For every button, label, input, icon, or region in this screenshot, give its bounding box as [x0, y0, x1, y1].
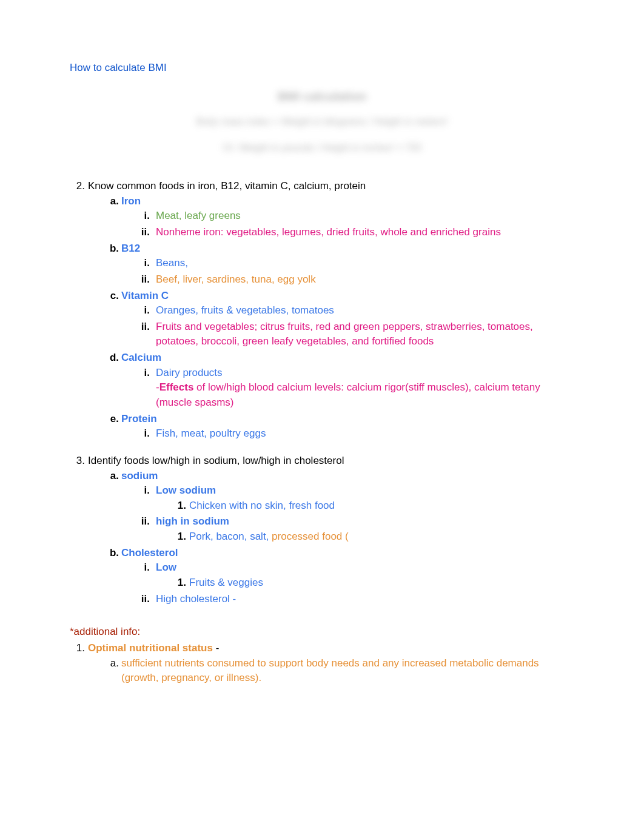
marker-1: 1.	[171, 498, 186, 514]
high-chol-text: High cholesterol -	[156, 593, 236, 605]
marker-ii: ii.	[130, 272, 150, 287]
section-3: 3. Identify foods low/high in sodium, lo…	[70, 454, 574, 606]
low-chol-text: Fruits & veggies	[189, 577, 263, 588]
b12-ii-text: Beef, liver, sardines, tuna, egg yolk	[156, 273, 316, 285]
high-sodium-blue: Pork, bacon, salt,	[189, 531, 272, 542]
item-vitamin-c: c. Vitamin C i. Oranges, fruits & vegeta…	[121, 289, 574, 350]
protein-label: Protein	[121, 413, 157, 424]
marker-a: a.	[104, 469, 119, 484]
marker-1: 1.	[171, 529, 186, 545]
protein-i-text: Fish, meat, poultry eggs	[156, 428, 266, 439]
marker-a: a.	[104, 194, 119, 209]
calcium-effects: -Effects of low/high blood calcium level…	[156, 380, 574, 410]
marker-b: b.	[104, 546, 119, 561]
marker-ii: ii.	[130, 225, 150, 240]
add-marker-a: a.	[104, 656, 119, 671]
iron-ii-text: Nonheme iron: vegetables, legumes, dried…	[156, 226, 501, 238]
blurred-content: BMI calculation Body mass index = Weight…	[70, 88, 574, 155]
item-iron: a. Iron i. Meat, leafy greens ii. Nonhem…	[121, 194, 574, 240]
effects-text: of low/high blood calcium levels: calciu…	[156, 381, 540, 408]
effects-bold: Effects	[159, 381, 194, 393]
vitc-label: Vitamin C	[121, 290, 169, 301]
item-calcium: d. Calcium i. Dairy products -Effects of…	[121, 350, 574, 411]
marker-c: c.	[104, 289, 119, 304]
marker-b: b.	[104, 241, 119, 257]
optimal-a-text: sufficient nutrients consumed to support…	[121, 657, 539, 684]
marker-i: i.	[130, 560, 150, 575]
marker-ii: ii.	[130, 592, 150, 607]
marker-d: d.	[104, 350, 119, 366]
iron-i-text: Meat, leafy greens	[156, 210, 241, 221]
vitc-ii-text: Fruits and vegetables; citrus fruits, re…	[156, 321, 533, 347]
section-2-number: 2.	[70, 179, 85, 194]
low-chol-label: Low	[156, 562, 176, 573]
marker-e: e.	[104, 412, 119, 427]
optimal-nutritional-label: Optimal nutritional status	[88, 642, 213, 654]
marker-1: 1.	[171, 575, 186, 591]
section-2-title: Know common foods in iron, B12, vitamin …	[88, 180, 366, 192]
marker-i: i.	[130, 426, 150, 441]
add-marker-1: 1.	[70, 641, 85, 656]
vitc-i-text: Oranges, fruits & vegetables, tomatoes	[156, 304, 334, 316]
section-3-title: Identify foods low/high in sodium, low/h…	[88, 455, 344, 466]
b12-label: B12	[121, 243, 140, 254]
b12-i-text: Beans,	[156, 257, 188, 269]
calcium-i-text: Dairy products	[156, 367, 223, 378]
cholesterol-label: Cholesterol	[121, 547, 178, 558]
marker-i: i.	[130, 256, 150, 271]
item-b12: b. B12 i. Beans, ii. Beef, liver, sardin…	[121, 241, 574, 287]
marker-ii: ii.	[130, 320, 150, 335]
section-3-number: 3.	[70, 454, 85, 469]
marker-i: i.	[130, 366, 150, 381]
marker-i: i.	[130, 483, 150, 498]
low-sodium-text: Chicken with no skin, fresh food	[189, 500, 335, 511]
sodium-label: sodium	[121, 470, 158, 481]
blurred-title: BMI calculation	[70, 88, 574, 106]
section-2: 2. Know common foods in iron, B12, vitam…	[70, 179, 574, 441]
additional-info: *additional info: 1. Optimal nutritional…	[70, 625, 574, 686]
low-sodium-label: Low sodium	[156, 485, 216, 496]
optimal-dash: -	[213, 642, 219, 654]
high-sodium-label: high in sodium	[156, 515, 229, 527]
marker-i: i.	[130, 303, 150, 318]
item-protein: e. Protein i. Fish, meat, poultry eggs	[121, 412, 574, 441]
marker-i: i.	[130, 209, 150, 224]
iron-label: Iron	[121, 195, 141, 207]
blurred-formula-2: Or: Weight in pounds / Height in inches²…	[70, 141, 574, 155]
additional-heading: *additional info:	[70, 626, 140, 637]
blurred-formula-1: Body mass index = Weight in kilograms / …	[70, 115, 574, 129]
high-sodium-orange: processed food (	[272, 531, 349, 542]
bmi-link[interactable]: How to calculate BMI	[70, 61, 574, 76]
item-cholesterol: b. Cholesterol i. Low 1. Fruits & veggie…	[121, 546, 574, 607]
item-sodium: a. sodium i. Low sodium 1. Chicken with …	[121, 469, 574, 545]
calcium-label: Calcium	[121, 352, 161, 363]
marker-ii: ii.	[130, 514, 150, 529]
